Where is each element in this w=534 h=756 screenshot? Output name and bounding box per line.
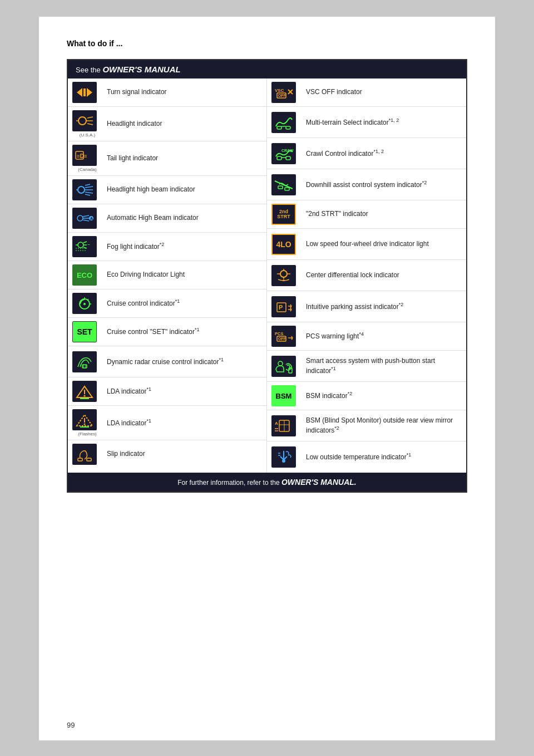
- smart-access-icon: [271, 356, 296, 377]
- svg-text:P: P: [279, 304, 283, 311]
- multi-terrain-icon: [271, 112, 296, 133]
- low-temp-icon: [271, 446, 296, 468]
- list-item: A BSM (Blind Spot Monitor) outside rear …: [267, 410, 466, 441]
- svg-line-16: [83, 215, 89, 217]
- turn-signal-icon: [72, 82, 97, 103]
- list-item: ECO Eco Driving Indicator Light: [68, 261, 266, 289]
- footer-owners-manual: OWNER'S MANUAL.: [281, 478, 357, 487]
- list-item: CRAWL Crawl Control indicator*1, 2: [267, 138, 466, 169]
- list-item: PCS OFF PCS warning light*4: [267, 322, 466, 351]
- multi-terrain-label: Multi-terrain Select indicator*1, 2: [306, 117, 399, 127]
- tail-light-icon: ≡D≡: [72, 145, 97, 166]
- cruise-set-label: Cruise control "SET" indicator*1: [107, 327, 199, 337]
- svg-line-3: [87, 124, 93, 125]
- slip-label: Slip indicator: [107, 450, 145, 459]
- svg-line-10: [85, 192, 93, 193]
- 2nd-strt-icon: 2nd STRT: [271, 204, 296, 225]
- eco-badge: ECO: [77, 272, 92, 279]
- header-owners-manual: OWNER'S MANUAL: [102, 65, 180, 74]
- 4lo-icon: 4LO: [271, 234, 296, 255]
- low-temp-label: Low outside temperature indicator*1: [306, 452, 411, 462]
- section-title: What to do if ...: [67, 39, 467, 48]
- dynamic-radar-icon: [72, 351, 97, 372]
- fog-light-icon: ~: [72, 236, 97, 257]
- list-item: VSC OFF VSC OFF indicator: [267, 78, 466, 107]
- pcs-icon: PCS OFF: [271, 326, 296, 347]
- list-item: Dynamic radar cruise control indicator*1: [68, 346, 266, 377]
- icon-wrapper: [72, 179, 102, 200]
- manual-box: See the OWNER'S MANUAL: [67, 59, 467, 493]
- center-diff-label: Center differential lock indicator: [306, 271, 399, 280]
- svg-text:OFF: OFF: [278, 94, 286, 97]
- tail-light-label: Tail light indicator: [107, 154, 158, 163]
- auto-highbeam-icon: A: [72, 208, 97, 229]
- headlight-label: Headlight indicator: [107, 120, 162, 129]
- svg-line-11: [85, 184, 90, 185]
- eco-icon: ECO: [72, 264, 97, 286]
- icon-wrapper: [271, 356, 301, 377]
- icon-wrapper: [72, 381, 102, 402]
- icon-wrapper: BSM: [271, 385, 301, 406]
- svg-point-20: [78, 242, 83, 248]
- 4lo-label: Low speed four-wheel drive indicator lig…: [306, 240, 429, 249]
- svg-text:CRAWL: CRAWL: [281, 149, 294, 153]
- page-number: 99: [67, 721, 75, 729]
- icon-wrapper: [271, 265, 301, 286]
- lda1-icon: [72, 381, 97, 402]
- list-item: ~ Fog light indicator*2: [68, 233, 266, 261]
- lda2-label: LDA indicator*1: [107, 418, 151, 428]
- list-item: Center differential lock indicator: [267, 260, 466, 291]
- manual-header-text: See the OWNER'S MANUAL: [76, 65, 181, 74]
- icon-wrapper: [72, 82, 102, 103]
- downhill-icon: [271, 174, 296, 195]
- svg-text:PCS: PCS: [275, 331, 283, 336]
- icon-wrapper: P: [271, 296, 301, 317]
- list-item: SET Cruise control "SET" indicator*1: [68, 318, 266, 346]
- cruise-control-label: Cruise control indicator*1: [107, 298, 180, 308]
- svg-line-23: [83, 242, 87, 243]
- parking-assist-label: Intuitive parking assist indicator*2: [306, 302, 403, 312]
- icon-wrapper: SET: [72, 321, 102, 342]
- svg-line-12: [85, 194, 90, 195]
- list-item: Low outside temperature indicator*1: [267, 441, 466, 473]
- svg-rect-41: [87, 458, 91, 461]
- icon-wrapper: A: [72, 208, 102, 229]
- icon-wrapper: (Flashes): [72, 409, 102, 436]
- svg-point-7: [78, 186, 85, 193]
- headlight-sublabel: (U.S.A.): [80, 132, 95, 138]
- list-item: ≡D≡ (Canada) Tail light indicator: [68, 141, 266, 176]
- svg-rect-52: [278, 186, 283, 189]
- list-item: A Automatic High Beam indicator: [68, 204, 266, 233]
- bsm-label: BSM indicator*2: [306, 391, 352, 401]
- cruise-control-icon: [72, 293, 97, 314]
- lda2-icon: [72, 409, 97, 430]
- list-item: Slip indicator: [68, 440, 266, 468]
- svg-text:OFF: OFF: [278, 337, 286, 341]
- svg-text:≡D≡: ≡D≡: [77, 153, 87, 159]
- indicators-grid: Turn signal indicator: [68, 78, 466, 473]
- auto-highbeam-label: Automatic High Beam indicator: [107, 214, 199, 223]
- 2nd-strt-label: "2nd STRT" indicator: [306, 210, 368, 219]
- svg-point-39: [84, 424, 86, 425]
- svg-rect-46: [286, 126, 290, 129]
- icon-wrapper: ~: [72, 236, 102, 257]
- svg-point-29: [83, 303, 86, 305]
- svg-point-37: [84, 395, 86, 397]
- svg-rect-45: [277, 126, 281, 129]
- svg-rect-40: [78, 458, 82, 461]
- icon-wrapper: [72, 293, 102, 314]
- list-item: LDA indicator*1: [68, 377, 266, 406]
- center-diff-icon: [271, 265, 296, 286]
- svg-point-64: [278, 361, 283, 366]
- headlight-icon: [72, 110, 97, 131]
- svg-line-2: [87, 117, 93, 118]
- highbeam-icon: [72, 179, 97, 200]
- pcs-label: PCS warning light*4: [306, 331, 364, 341]
- icon-wrapper: VSC OFF: [271, 82, 301, 103]
- eco-label: Eco Driving Indicator Light: [107, 271, 185, 279]
- turn-signal-label: Turn signal indicator: [107, 88, 167, 97]
- icon-wrapper: 4LO: [271, 234, 301, 255]
- vsc-off-icon: VSC OFF: [271, 82, 296, 103]
- icon-wrapper: [72, 444, 102, 465]
- slip-icon: [72, 444, 97, 465]
